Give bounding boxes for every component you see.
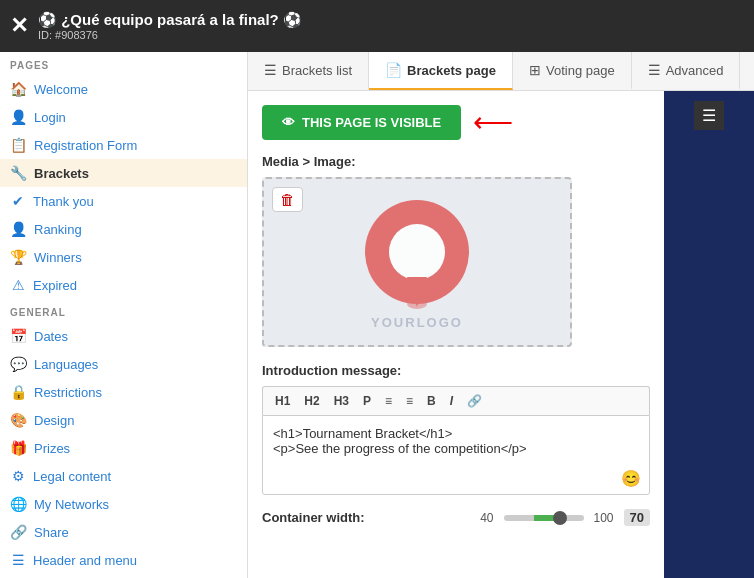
sidebar-item-restrictions[interactable]: 🔒 Restrictions (0, 378, 247, 406)
warning-icon: ⚠ (10, 277, 26, 293)
preview-menu-icon[interactable]: ☰ (694, 101, 724, 130)
sidebar-label-languages: Languages (34, 357, 98, 372)
page-content: 👁 THIS PAGE IS VISIBLE ⟵ Media > Image: … (248, 91, 754, 578)
sidebar-item-languages[interactable]: 💬 Languages (0, 350, 247, 378)
arrow-icon: ⟵ (473, 106, 513, 139)
list-tab-icon: ☰ (264, 62, 277, 78)
legal-icon: ⚙ (10, 468, 26, 484)
editor-line1: <h1>Tournament Bracket</h1> (273, 426, 639, 441)
network-icon: 🌐 (10, 496, 27, 512)
container-width-min: 40 (480, 511, 493, 525)
page-preview-panel: ☰ (664, 91, 754, 578)
sidebar-item-prizes[interactable]: 🎁 Prizes (0, 434, 247, 462)
sidebar-label-registration: Registration Form (34, 138, 137, 153)
tab-voting-page[interactable]: ⊞ Voting page (513, 52, 632, 90)
chat-icon: 💬 (10, 356, 27, 372)
toolbar-link[interactable]: 🔗 (462, 392, 487, 410)
toolbar-p[interactable]: P (358, 392, 376, 410)
list-icon: 📋 (10, 137, 27, 153)
pages-section-label: PAGES (0, 52, 247, 75)
editor-line2: <p>See the progress of the competition</… (273, 441, 639, 456)
sidebar-item-winners[interactable]: 🏆 Winners (0, 243, 247, 271)
image-upload-box[interactable]: 🗑 YOURLOGO (262, 177, 572, 347)
sidebar-item-registration[interactable]: 📋 Registration Form (0, 131, 247, 159)
check-icon: ✔ (10, 193, 26, 209)
container-width-slider[interactable] (504, 515, 584, 521)
tab-brackets-page-label: Brackets page (407, 63, 496, 78)
voting-tab-icon: ⊞ (529, 62, 541, 78)
tab-brackets-list-label: Brackets list (282, 63, 352, 78)
trash-icon: 🗑 (280, 191, 295, 208)
toolbar-h1[interactable]: H1 (270, 392, 295, 410)
sidebar-label-brackets: Brackets (34, 166, 89, 181)
design-icon: 🎨 (10, 412, 27, 428)
ranking-icon: 👤 (10, 221, 27, 237)
toolbar-ol[interactable]: ≡ (401, 392, 418, 410)
sidebar-label-expired: Expired (33, 278, 77, 293)
sidebar-item-welcome[interactable]: 🏠 Welcome (0, 75, 247, 103)
toolbar-h2[interactable]: H2 (299, 392, 324, 410)
home-icon: 🏠 (10, 81, 27, 97)
gift-icon: 🎁 (10, 440, 27, 456)
general-section-label: GENERAL (0, 299, 247, 322)
sidebar-label-login: Login (34, 110, 66, 125)
tab-brackets-page[interactable]: 📄 Brackets page (369, 52, 513, 90)
toolbar-ul[interactable]: ≡ (380, 392, 397, 410)
toolbar-bold[interactable]: B (422, 392, 441, 410)
delete-image-button[interactable]: 🗑 (272, 187, 303, 212)
sidebar-item-networks[interactable]: 🌐 My Networks (0, 490, 247, 518)
page-main: 👁 THIS PAGE IS VISIBLE ⟵ Media > Image: … (248, 91, 664, 578)
sidebar-item-login[interactable]: 👤 Login (0, 103, 247, 131)
intro-section-label: Introduction message: (262, 363, 650, 378)
share-icon: 🔗 (10, 524, 27, 540)
sidebar-label-header: Header and menu (33, 553, 137, 568)
svg-point-1 (389, 224, 445, 280)
sidebar-item-ranking[interactable]: 👤 Ranking (0, 215, 247, 243)
user-icon: 👤 (10, 109, 27, 125)
container-width-value: 70 (624, 509, 650, 526)
sidebar-item-header-menu[interactable]: ☰ Header and menu (0, 546, 247, 574)
sidebar-label-winners: Winners (34, 250, 82, 265)
trophy-icon: 🏆 (10, 249, 27, 265)
tab-brackets-list[interactable]: ☰ Brackets list (248, 52, 369, 90)
sidebar-label-design: Design (34, 413, 74, 428)
close-button[interactable]: ✕ (10, 13, 28, 39)
sidebar-item-brackets[interactable]: 🔧 Brackets (0, 159, 247, 187)
sidebar-item-share[interactable]: 🔗 Share (0, 518, 247, 546)
content-area: ☰ Brackets list 📄 Brackets page ⊞ Voting… (248, 52, 754, 578)
container-width-row: Container width: 40 100 70 (262, 509, 650, 526)
container-width-max: 100 (594, 511, 614, 525)
visible-badge-row: 👁 THIS PAGE IS VISIBLE ⟵ (262, 105, 650, 140)
sidebar-item-design[interactable]: 🎨 Design (0, 406, 247, 434)
visible-badge-label: THIS PAGE IS VISIBLE (302, 115, 441, 130)
sidebar: PAGES 🏠 Welcome 👤 Login 📋 Registration F… (0, 52, 248, 578)
logo-preview: YOURLOGO (337, 192, 497, 332)
header-icon: ☰ (10, 552, 26, 568)
visible-badge-button[interactable]: 👁 THIS PAGE IS VISIBLE (262, 105, 461, 140)
editor-body[interactable]: <h1>Tournament Bracket</h1> <p>See the p… (262, 415, 650, 495)
tab-advanced[interactable]: ☰ Advanced (632, 52, 741, 90)
sidebar-label-prizes: Prizes (34, 441, 70, 456)
emoji-button[interactable]: 😊 (621, 469, 641, 488)
sidebar-item-legal[interactable]: ⚙ Legal content (0, 462, 247, 490)
sidebar-label-dates: Dates (34, 329, 68, 344)
sidebar-label-share: Share (34, 525, 69, 540)
calendar-icon: 📅 (10, 328, 27, 344)
tab-advanced-label: Advanced (666, 63, 724, 78)
lock-icon: 🔒 (10, 384, 27, 400)
slider-thumb (553, 511, 567, 525)
toolbar-h3[interactable]: H3 (329, 392, 354, 410)
intro-section: Introduction message: H1 H2 H3 P ≡ ≡ B I… (262, 363, 650, 495)
brackets-icon: 🔧 (10, 165, 27, 181)
advanced-tab-icon: ☰ (648, 62, 661, 78)
editor-toolbar: H1 H2 H3 P ≡ ≡ B I 🔗 (262, 386, 650, 415)
toolbar-italic[interactable]: I (445, 392, 458, 410)
sidebar-item-footer[interactable]: 🔧 Footer (0, 574, 247, 578)
sidebar-item-thankyou[interactable]: ✔ Thank you (0, 187, 247, 215)
sidebar-item-expired[interactable]: ⚠ Expired (0, 271, 247, 299)
sidebar-label-legal: Legal content (33, 469, 111, 484)
sidebar-item-dates[interactable]: 📅 Dates (0, 322, 247, 350)
sidebar-label-networks: My Networks (34, 497, 109, 512)
sidebar-label-welcome: Welcome (34, 82, 88, 97)
header-title-block: ⚽ ¿Qué equipo pasará a la final? ⚽ ID: #… (38, 11, 744, 41)
